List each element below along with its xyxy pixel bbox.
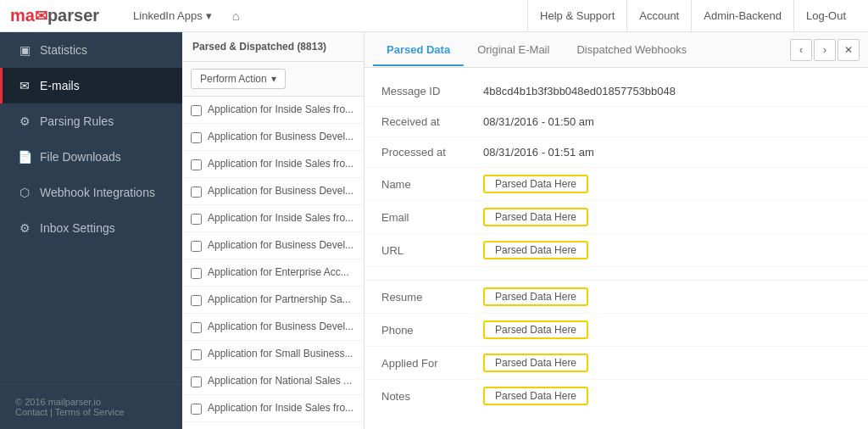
- home-button[interactable]: ⌂: [225, 5, 247, 26]
- list-item[interactable]: Application for Business Devel...: [182, 178, 364, 205]
- email-icon: ✉: [18, 79, 31, 92]
- email-subject: Application for Business Devel...: [208, 185, 353, 197]
- detail-field-label: Notes: [381, 390, 483, 403]
- tab-parsed-data[interactable]: Parsed Data: [373, 35, 464, 66]
- email-list-panel: Parsed & Dispatched (8813) Perform Actio…: [182, 32, 364, 429]
- sidebar-item-webhook-integrations[interactable]: ⬡ Webhook Integrations: [0, 175, 182, 210]
- email-subject: Application for Partnership Sa...: [208, 293, 351, 305]
- parsed-data-badge: Parsed Data Here: [483, 387, 588, 405]
- detail-row: PhoneParsed Data Here: [364, 314, 868, 347]
- email-checkbox[interactable]: [191, 268, 202, 279]
- detail-field-value: 08/31/2016 - 01:50 am: [483, 115, 594, 128]
- detail-row: ResumeParsed Data Here: [364, 281, 868, 314]
- contact-link[interactable]: Contact: [15, 407, 47, 417]
- list-item[interactable]: Application for Inside Sales fro...: [182, 151, 364, 178]
- detail-content: Message ID4b8cd4b1b3f3bb048ed01857753bb0…: [364, 68, 868, 429]
- admin-backend-button[interactable]: Admin-Backend: [691, 0, 793, 32]
- email-subject: Application for Small Business...: [208, 348, 353, 359]
- email-checkbox[interactable]: [191, 404, 202, 415]
- email-checkbox[interactable]: [191, 241, 202, 252]
- email-checkbox[interactable]: [191, 187, 202, 198]
- email-subject: Application for Business Devel...: [208, 320, 353, 332]
- next-email-button[interactable]: ›: [814, 39, 836, 61]
- detail-row: URLParsed Data Here: [364, 234, 868, 267]
- list-item[interactable]: Application for Small Business...: [182, 422, 364, 429]
- list-item[interactable]: Application for Partnership Sa...: [182, 287, 364, 314]
- email-checkbox[interactable]: [191, 322, 202, 333]
- tab-original-email[interactable]: Original E-Mail: [464, 35, 563, 66]
- email-checkbox[interactable]: [191, 214, 202, 225]
- email-subject: Application for Inside Sales fro...: [208, 158, 353, 170]
- sidebar-item-file-downloads[interactable]: 📄 File Downloads: [0, 139, 182, 175]
- detail-field-value: 4b8cd4b1b3f3bb048ed01857753bb048: [483, 85, 676, 98]
- list-item[interactable]: Application for Business Devel...: [182, 124, 364, 151]
- linkedin-apps-dropdown[interactable]: LinkedIn Apps ▾: [125, 6, 220, 25]
- copyright-text: © 2016 mailparser.io: [15, 397, 167, 407]
- logout-button[interactable]: Log-Out: [793, 0, 858, 32]
- terms-link[interactable]: Terms of Service: [55, 407, 125, 417]
- tab-dispatched-webhooks[interactable]: Dispatched Webhooks: [563, 35, 700, 66]
- email-checkbox[interactable]: [191, 295, 202, 306]
- email-list-toolbar: Perform Action ▾: [182, 62, 364, 97]
- bar-chart-icon: ▣: [18, 43, 31, 57]
- close-detail-button[interactable]: ✕: [837, 39, 860, 61]
- detail-tabs: Parsed DataOriginal E-MailDispatched Web…: [364, 32, 868, 68]
- parsed-data-badge: Parsed Data Here: [483, 320, 588, 339]
- tab-navigation-buttons: ‹ › ✕: [790, 39, 860, 61]
- sidebar-item-label: Parsing Rules: [40, 114, 114, 128]
- detail-row: Received at08/31/2016 - 01:50 am: [364, 107, 868, 137]
- account-button[interactable]: Account: [626, 0, 691, 32]
- sidebar-item-label: Webhook Integrations: [40, 186, 155, 199]
- email-list-items: Application for Inside Sales fro...Appli…: [182, 97, 364, 429]
- sidebar-item-parsing-rules[interactable]: ⚙ Parsing Rules: [0, 103, 182, 139]
- email-checkbox[interactable]: [191, 132, 202, 143]
- detail-field-label: URL: [381, 244, 483, 257]
- list-item[interactable]: Application for Small Business...: [182, 341, 364, 368]
- dropdown-arrow-icon: ▾: [271, 73, 276, 85]
- sidebar-item-inbox-settings[interactable]: ⚙ Inbox Settings: [0, 210, 182, 246]
- email-checkbox[interactable]: [191, 376, 202, 387]
- detail-field-label: Email: [381, 211, 483, 224]
- nav-center: LinkedIn Apps ▾ ⌂: [125, 5, 527, 26]
- list-item[interactable]: Application for Business Devel...: [182, 314, 364, 341]
- detail-row: NameParsed Data Here: [364, 168, 868, 201]
- email-subject: Application for Inside Sales fro...: [208, 402, 353, 414]
- detail-field-value: 08/31/2016 - 01:51 am: [483, 146, 594, 159]
- sidebar-item-emails[interactable]: ✉ E-mails: [0, 68, 182, 103]
- detail-row: Processed at08/31/2016 - 01:51 am: [364, 137, 868, 168]
- content-area: Parsed & Dispatched (8813) Perform Actio…: [182, 32, 868, 429]
- detail-row: NotesParsed Data Here: [364, 380, 868, 412]
- gear-icon: ⚙: [18, 221, 31, 235]
- parsed-data-badge: Parsed Data Here: [483, 175, 588, 193]
- detail-field-label: Applied For: [381, 357, 483, 370]
- list-item[interactable]: Application for Enterprise Acc...: [182, 259, 364, 287]
- detail-field-label: Received at: [381, 115, 483, 128]
- list-item[interactable]: Application for Inside Sales fro...: [182, 97, 364, 124]
- detail-row: EmailParsed Data Here: [364, 201, 868, 234]
- chevron-down-icon: ▾: [206, 9, 212, 22]
- list-item[interactable]: Application for Inside Sales fro...: [182, 395, 364, 422]
- previous-email-button[interactable]: ‹: [790, 39, 812, 61]
- list-item[interactable]: Application for Business Devel...: [182, 232, 364, 259]
- logo-text: ma✉parser: [10, 6, 99, 25]
- detail-row: Applied ForParsed Data Here: [364, 347, 868, 380]
- email-checkbox[interactable]: [191, 349, 202, 360]
- perform-action-button[interactable]: Perform Action ▾: [191, 69, 286, 89]
- list-item[interactable]: Application for Inside Sales fro...: [182, 205, 364, 232]
- sidebar-item-label: E-mails: [40, 79, 80, 92]
- email-subject: Application for Business Devel...: [208, 131, 353, 142]
- parsed-data-badge: Parsed Data Here: [483, 354, 588, 372]
- email-checkbox[interactable]: [191, 159, 202, 170]
- sidebar-item-statistics[interactable]: ▣ Statistics: [0, 32, 182, 68]
- email-subject: Application for National Sales ...: [208, 375, 352, 387]
- email-checkbox[interactable]: [191, 105, 202, 116]
- help-support-button[interactable]: Help & Support: [527, 0, 626, 32]
- email-subject: Application for Enterprise Acc...: [208, 266, 349, 278]
- detail-row: Message ID4b8cd4b1b3f3bb048ed01857753bb0…: [364, 76, 868, 107]
- detail-field-label: Processed at: [381, 146, 483, 159]
- parsed-data-badge: Parsed Data Here: [483, 241, 588, 259]
- detail-field-label: Phone: [381, 324, 483, 337]
- sidebar: ▣ Statistics ✉ E-mails ⚙ Parsing Rules 📄…: [0, 32, 182, 429]
- sidebar-item-label: Statistics: [40, 43, 87, 57]
- list-item[interactable]: Application for National Sales ...: [182, 368, 364, 395]
